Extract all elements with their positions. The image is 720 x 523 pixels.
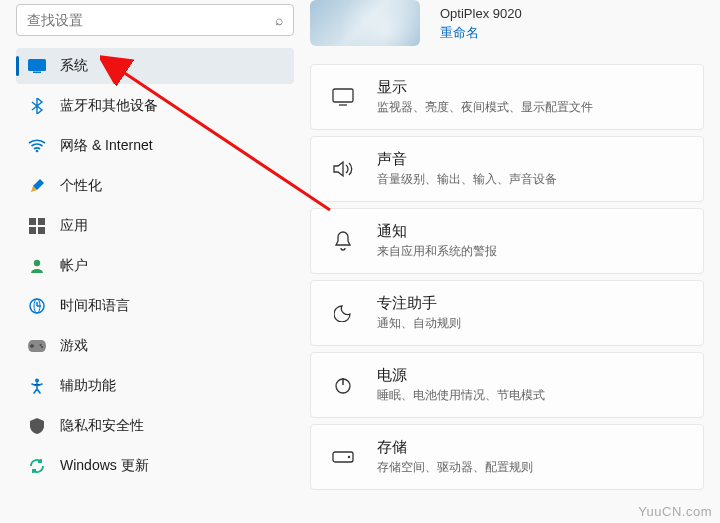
wifi-icon xyxy=(28,137,46,155)
search-icon: ⌕ xyxy=(275,12,283,28)
search-input-container[interactable]: ⌕ xyxy=(16,4,294,36)
sidebar-item-network[interactable]: 网络 & Internet xyxy=(16,128,294,164)
storage-icon xyxy=(331,445,355,469)
card-sound[interactable]: 声音 音量级别、输出、输入、声音设备 xyxy=(310,136,704,202)
card-subtitle: 通知、自动规则 xyxy=(377,315,461,332)
accessibility-icon xyxy=(28,377,46,395)
svg-rect-1 xyxy=(33,72,41,74)
sidebar-item-label: 隐私和安全性 xyxy=(60,417,144,435)
sidebar-item-bluetooth[interactable]: 蓝牙和其他设备 xyxy=(16,88,294,124)
svg-point-7 xyxy=(34,260,40,266)
card-title: 通知 xyxy=(377,222,497,241)
device-info: OptiPlex 9020 重命名 xyxy=(440,4,522,43)
sidebar-item-label: Windows 更新 xyxy=(60,457,149,475)
sidebar-item-label: 时间和语言 xyxy=(60,297,130,315)
card-title: 专注助手 xyxy=(377,294,461,313)
sidebar-item-gaming[interactable]: 游戏 xyxy=(16,328,294,364)
svg-rect-3 xyxy=(29,218,36,225)
system-icon xyxy=(28,57,46,75)
privacy-icon xyxy=(28,417,46,435)
settings-sidebar: ⌕ 系统 蓝牙和其他设备 网络 & Internet xyxy=(0,0,310,523)
sidebar-item-label: 辅助功能 xyxy=(60,377,116,395)
sidebar-item-accessibility[interactable]: 辅助功能 xyxy=(16,368,294,404)
rename-link[interactable]: 重命名 xyxy=(440,23,522,43)
bluetooth-icon xyxy=(28,97,46,115)
power-icon xyxy=(331,373,355,397)
update-icon xyxy=(28,457,46,475)
card-notifications[interactable]: 通知 来自应用和系统的警报 xyxy=(310,208,704,274)
svg-rect-13 xyxy=(333,89,353,102)
device-model: OptiPlex 9020 xyxy=(440,4,522,24)
main-content: OptiPlex 9020 重命名 显示 监视器、亮度、夜间模式、显示配置文件 xyxy=(310,0,720,523)
personalize-icon xyxy=(28,177,46,195)
sidebar-item-label: 系统 xyxy=(60,57,88,75)
card-title: 电源 xyxy=(377,366,545,385)
gaming-icon xyxy=(28,337,46,355)
card-focus-assist[interactable]: 专注助手 通知、自动规则 xyxy=(310,280,704,346)
device-header: OptiPlex 9020 重命名 xyxy=(310,0,704,46)
sidebar-item-system[interactable]: 系统 xyxy=(16,48,294,84)
svg-point-16 xyxy=(348,456,350,458)
display-icon xyxy=(331,85,355,109)
settings-nav: 系统 蓝牙和其他设备 网络 & Internet 个性化 xyxy=(16,48,294,484)
svg-point-2 xyxy=(36,150,39,153)
card-subtitle: 音量级别、输出、输入、声音设备 xyxy=(377,171,557,188)
svg-rect-6 xyxy=(38,227,45,234)
sidebar-item-privacy[interactable]: 隐私和安全性 xyxy=(16,408,294,444)
card-power[interactable]: 电源 睡眠、电池使用情况、节电模式 xyxy=(310,352,704,418)
card-title: 显示 xyxy=(377,78,593,97)
card-subtitle: 睡眠、电池使用情况、节电模式 xyxy=(377,387,545,404)
sidebar-item-update[interactable]: Windows 更新 xyxy=(16,448,294,484)
time-language-icon xyxy=(28,297,46,315)
sidebar-item-label: 游戏 xyxy=(60,337,88,355)
svg-rect-0 xyxy=(28,59,46,71)
sidebar-item-label: 蓝牙和其他设备 xyxy=(60,97,158,115)
device-wallpaper-thumb xyxy=(310,0,420,46)
apps-icon xyxy=(28,217,46,235)
sidebar-item-label: 网络 & Internet xyxy=(60,137,153,155)
sidebar-item-label: 个性化 xyxy=(60,177,102,195)
card-title: 存储 xyxy=(377,438,533,457)
svg-rect-5 xyxy=(29,227,36,234)
svg-point-11 xyxy=(41,346,43,348)
card-storage[interactable]: 存储 存储空间、驱动器、配置规则 xyxy=(310,424,704,490)
sidebar-item-label: 应用 xyxy=(60,217,88,235)
focus-assist-icon xyxy=(331,301,355,325)
card-title: 声音 xyxy=(377,150,557,169)
search-input[interactable] xyxy=(27,12,275,28)
sidebar-item-apps[interactable]: 应用 xyxy=(16,208,294,244)
sidebar-item-label: 帐户 xyxy=(60,257,88,275)
sidebar-item-accounts[interactable]: 帐户 xyxy=(16,248,294,284)
card-subtitle: 存储空间、驱动器、配置规则 xyxy=(377,459,533,476)
svg-point-10 xyxy=(40,344,42,346)
svg-rect-4 xyxy=(38,218,45,225)
sidebar-item-time-language[interactable]: 时间和语言 xyxy=(16,288,294,324)
notifications-icon xyxy=(331,229,355,253)
sidebar-item-personalization[interactable]: 个性化 xyxy=(16,168,294,204)
card-subtitle: 监视器、亮度、夜间模式、显示配置文件 xyxy=(377,99,593,116)
card-display[interactable]: 显示 监视器、亮度、夜间模式、显示配置文件 xyxy=(310,64,704,130)
watermark: YuuCN.com xyxy=(638,504,712,519)
system-cards: 显示 监视器、亮度、夜间模式、显示配置文件 声音 音量级别、输出、输入、声音设备 xyxy=(310,64,704,490)
sound-icon xyxy=(331,157,355,181)
svg-point-12 xyxy=(35,379,39,383)
account-icon xyxy=(28,257,46,275)
card-subtitle: 来自应用和系统的警报 xyxy=(377,243,497,260)
